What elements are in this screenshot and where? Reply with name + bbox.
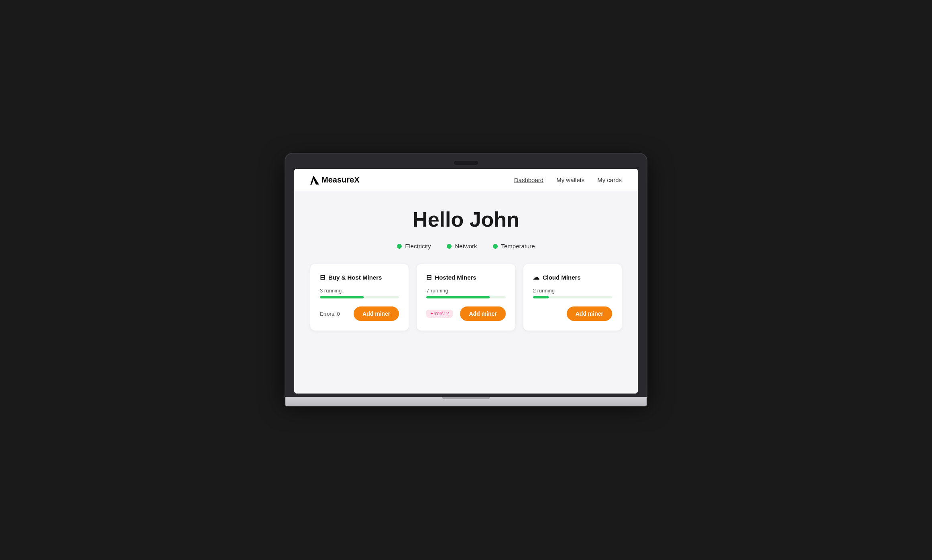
card-hosted-progress-fill (426, 296, 490, 298)
card-cloud-progress-bg (533, 296, 612, 298)
temperature-dot (493, 244, 498, 249)
card-buy-host-add-btn[interactable]: Add miner (354, 306, 399, 321)
card-buy-host-progress-bg (320, 296, 399, 298)
electricity-label: Electricity (405, 243, 431, 250)
card-hosted-add-btn[interactable]: Add miner (460, 306, 505, 321)
card-buy-host-footer: Errors: 0 Add miner (320, 306, 399, 321)
card-cloud-progress-fill (533, 296, 549, 298)
card-buy-host-title: Buy & Host Miners (328, 274, 382, 281)
card-hosted-footer: Errors: 2 Add miner (426, 306, 505, 321)
electricity-indicator: Electricity (397, 243, 431, 250)
logo: MeasureX (310, 175, 360, 185)
nav-dashboard[interactable]: Dashboard (514, 177, 543, 183)
card-buy-host-header: ⊟ Buy & Host Miners (320, 274, 399, 281)
card-buy-host-progress-fill (320, 296, 364, 298)
card-buy-host-running: 3 running (320, 288, 399, 294)
card-buy-host: ⊟ Buy & Host Miners 3 running Errors: 0 … (310, 264, 409, 331)
screen-bezel: MeasureX Dashboard My wallets My cards H… (285, 154, 647, 397)
electricity-dot (397, 244, 402, 249)
nav-my-cards[interactable]: My cards (597, 177, 622, 183)
card-cloud-icon: ☁ (533, 274, 539, 281)
card-hosted-running: 7 running (426, 288, 505, 294)
card-buy-host-errors: Errors: 0 (320, 311, 340, 317)
card-cloud-header: ☁ Cloud Miners (533, 274, 612, 281)
network-dot (447, 244, 452, 249)
navbar: MeasureX Dashboard My wallets My cards (294, 169, 638, 191)
card-cloud-running: 2 running (533, 288, 612, 294)
card-hosted-title: Hosted Miners (435, 274, 476, 281)
laptop-base (285, 397, 647, 406)
logo-icon (310, 176, 319, 185)
logo-text: MeasureX (322, 175, 360, 185)
card-hosted-icon: ⊟ (426, 274, 431, 281)
card-hosted-progress-bg (426, 296, 505, 298)
cards-row: ⊟ Buy & Host Miners 3 running Errors: 0 … (310, 264, 622, 331)
card-cloud: ☁ Cloud Miners 2 running Add miner (523, 264, 622, 331)
nav-my-wallets[interactable]: My wallets (556, 177, 584, 183)
card-hosted: ⊟ Hosted Miners 7 running Errors: 2 Add … (417, 264, 515, 331)
temperature-indicator: Temperature (493, 243, 535, 250)
card-hosted-header: ⊟ Hosted Miners (426, 274, 505, 281)
card-cloud-footer: Add miner (533, 306, 612, 321)
card-cloud-title: Cloud Miners (543, 274, 581, 281)
card-hosted-errors-badge: Errors: 2 (426, 310, 453, 318)
nav-links: Dashboard My wallets My cards (514, 177, 622, 183)
temperature-label: Temperature (501, 243, 535, 250)
greeting-heading: Hello John (310, 207, 622, 231)
network-label: Network (455, 243, 477, 250)
camera-notch (454, 161, 478, 165)
svg-marker-0 (310, 176, 319, 185)
screen: MeasureX Dashboard My wallets My cards H… (294, 169, 638, 394)
laptop-frame: MeasureX Dashboard My wallets My cards H… (285, 154, 647, 406)
card-cloud-add-btn[interactable]: Add miner (567, 306, 612, 321)
card-buy-host-icon: ⊟ (320, 274, 325, 281)
status-indicators: Electricity Network Temperature (310, 243, 622, 250)
network-indicator: Network (447, 243, 477, 250)
main-content: Hello John Electricity Network Temperatu… (294, 191, 638, 355)
